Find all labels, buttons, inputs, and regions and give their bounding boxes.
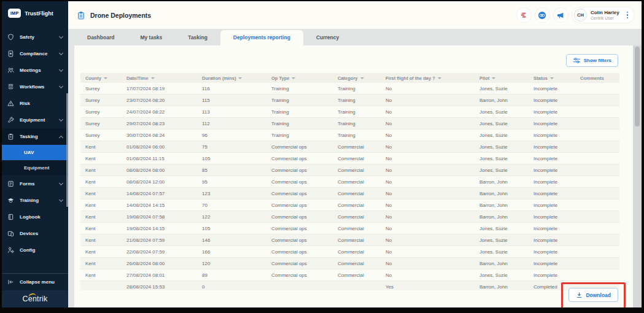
- sidebar-item-training[interactable]: Training: [2, 192, 68, 209]
- cell-category: Commercial: [333, 144, 381, 150]
- sidebar-item-config[interactable]: Config: [2, 242, 68, 258]
- sort-caret-icon: [492, 77, 495, 79]
- sidebar-scrollbar[interactable]: [66, 93, 68, 207]
- table-row[interactable]: Kent08/08/2024 08:0085Commercial opsComm…: [80, 164, 619, 176]
- sidebar-item-equipment[interactable]: Equipment: [2, 112, 68, 128]
- table-row[interactable]: Surrey24/07/2024 08:22113TrainingTrainin…: [80, 106, 619, 118]
- cell-county: Surrey: [80, 86, 122, 91]
- cell-category: Commercial: [333, 249, 381, 255]
- sidebar-item-meetings[interactable]: Meetings: [2, 62, 68, 79]
- table-row[interactable]: Surrey17/07/2024 08:19116TrainingTrainin…: [80, 83, 619, 95]
- sidebar-item-label: Config: [20, 247, 35, 253]
- table-row[interactable]: Kent19/08/2024 07:58122Commercial opsCom…: [80, 211, 619, 223]
- cell-date-time: 17/07/2024 08:19: [122, 86, 197, 91]
- sidebar-item-risk[interactable]: Risk: [2, 95, 68, 112]
- table-row[interactable]: Surrey30/07/2024 08:2496TrainingTraining…: [80, 129, 619, 141]
- kebab-menu-icon[interactable]: [626, 10, 629, 20]
- cell-date-time: 26/08/2024 08:00: [122, 261, 197, 266]
- table-row[interactable]: Kent01/08/2024 11:15105Commercial opsCom…: [80, 153, 619, 164]
- cell-date-time: 19/08/2024 07:58: [122, 214, 197, 220]
- column-header-comments[interactable]: Comments: [575, 75, 619, 81]
- cell-duration-mins: 95: [197, 179, 266, 185]
- column-header-category[interactable]: Category: [333, 75, 381, 81]
- sort-caret-icon: [550, 77, 554, 79]
- tab-currency[interactable]: Currency: [303, 30, 352, 45]
- cell-first-flight-of-the-day: No: [381, 133, 475, 138]
- centrik-footer: Centrik: [2, 290, 68, 307]
- cell-date-time: 19/08/2024 14:15: [122, 226, 197, 231]
- chevron-down-icon: [59, 68, 63, 72]
- clipboard-icon: [7, 133, 15, 141]
- deployments-clipboard-icon: [77, 11, 85, 20]
- brand-name: TrustFlight: [25, 10, 53, 17]
- cell-county: Kent: [80, 226, 122, 231]
- column-header-first-flight-of-the-day[interactable]: First flight of the day ?: [381, 75, 475, 81]
- sidebar-item-workflows[interactable]: Workflows: [2, 79, 68, 95]
- cell-county: Kent: [80, 261, 122, 266]
- user-role: Centrik User: [591, 16, 619, 21]
- table-row[interactable]: Kent27/08/2024 08:0189Commercial opsComm…: [80, 269, 619, 281]
- cell-category: Training: [333, 109, 381, 115]
- shield-icon: [7, 34, 15, 41]
- sidebar-item-safety[interactable]: Safety: [2, 29, 68, 45]
- sidebar-item-tasking[interactable]: Tasking: [2, 128, 68, 145]
- table-row[interactable]: Kent21/08/2024 07:59146Commercial opsCom…: [80, 234, 619, 246]
- column-header-county[interactable]: County: [80, 75, 122, 81]
- cell-pilot: Jones, Suzie: [475, 226, 529, 231]
- table-row[interactable]: Surrey29/07/2024 08:23112TrainingTrainin…: [80, 118, 619, 129]
- table-row[interactable]: Surrey23/07/2024 08:20115TrainingTrainin…: [80, 95, 619, 106]
- tasks-list-button[interactable]: [517, 8, 531, 22]
- cell-category: Commercial: [333, 261, 381, 266]
- column-label: Category: [338, 75, 358, 81]
- sidebar-subitem-uav[interactable]: UAV: [2, 145, 68, 160]
- cell-pilot: Jones, Suzie: [475, 272, 529, 278]
- column-header-duration-mins[interactable]: Duration (mins): [197, 75, 266, 81]
- table-row[interactable]: Kent19/08/2024 14:15105Commercial opsCom…: [80, 223, 619, 234]
- cell-op-type: Training: [266, 133, 333, 138]
- sidebar-nav: SafetyComplianceMeetingsWorkflowsRiskEqu…: [2, 29, 68, 273]
- tab-deployments-reporting[interactable]: Deployments reporting: [220, 30, 303, 45]
- deployments-reporting-panel: Show filters CountyDate/TimeDuration (mi…: [74, 45, 633, 307]
- sidebar-item-compliance[interactable]: Compliance: [2, 45, 68, 62]
- cell-pilot: Barron, John: [475, 191, 529, 196]
- column-header-date-time[interactable]: Date/Time: [122, 75, 197, 81]
- cell-op-type: Commercial ops: [266, 179, 333, 185]
- table-row[interactable]: Kent01/08/2024 06:0075Commercial opsComm…: [80, 141, 619, 153]
- cell-category: Commercial: [333, 156, 381, 161]
- sidebar-item-forms[interactable]: Forms: [2, 176, 68, 192]
- table-row[interactable]: Kent26/08/2024 08:00120Commercial opsCom…: [80, 258, 619, 269]
- sidebar-item-label: Training: [20, 198, 39, 203]
- column-label: Date/Time: [126, 75, 149, 81]
- table-row[interactable]: Kent14/08/2024 14:1570Commercial opsComm…: [80, 199, 619, 211]
- user-menu[interactable]: CH Colin Harley Centrik User: [572, 7, 634, 23]
- chevron-down-icon: [59, 181, 63, 185]
- vertical-scrollbar[interactable]: [633, 45, 642, 307]
- cell-op-type: Commercial ops: [266, 238, 333, 243]
- sidebar-subitem-equipment[interactable]: Equipment: [2, 160, 68, 176]
- link-button[interactable]: [535, 8, 549, 22]
- cell-date-time: 27/08/2024 08:01: [122, 272, 197, 278]
- cell-first-flight-of-the-day: No: [381, 179, 475, 185]
- column-header-pilot[interactable]: Pilot: [475, 75, 529, 81]
- cell-pilot: Jones, Suzie: [475, 109, 529, 115]
- show-filters-button[interactable]: Show filters: [566, 54, 618, 67]
- tab-my-tasks[interactable]: My tasks: [127, 30, 175, 45]
- table-row[interactable]: Kent08/08/2024 12:0095Commercial opsComm…: [80, 176, 619, 188]
- column-header-op-type[interactable]: Op Type: [266, 75, 333, 81]
- table-row[interactable]: 28/08/2024 15:530YesBarron, JohnComplete…: [80, 281, 619, 290]
- announcements-button[interactable]: [554, 8, 568, 22]
- brand-logo[interactable]: IMP TrustFlight: [2, 1, 68, 20]
- sidebar-item-logbook[interactable]: Logbook: [2, 209, 68, 225]
- tab-dashboard[interactable]: Dashboard: [74, 30, 127, 45]
- download-button[interactable]: Download: [568, 288, 618, 302]
- collapse-menu-button[interactable]: Collapse menu: [2, 273, 68, 290]
- scrollbar-thumb[interactable]: [635, 47, 640, 126]
- table-row[interactable]: Kent14/08/2024 07:57123Commercial opsCom…: [80, 188, 619, 199]
- cell-op-type: Commercial ops: [266, 144, 333, 150]
- cell-county: Kent: [80, 191, 122, 196]
- centrik-logo: Centrik: [23, 295, 48, 303]
- table-row[interactable]: Kent22/08/2024 07:59166Commercial opsCom…: [80, 246, 619, 258]
- tab-tasking[interactable]: Tasking: [175, 30, 220, 45]
- column-header-status[interactable]: Status: [529, 75, 575, 81]
- sidebar-item-devices[interactable]: Devices: [2, 225, 68, 242]
